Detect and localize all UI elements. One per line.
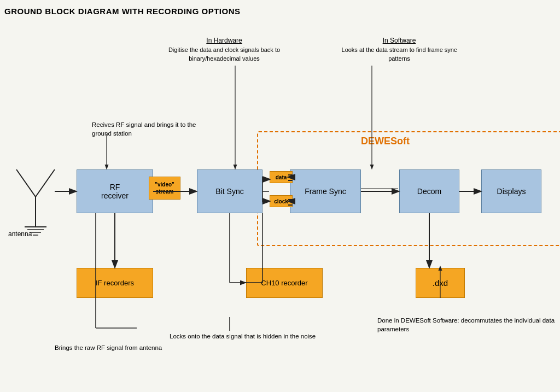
- locks-onto-annotation: Locks onto the data signal that is hidde…: [170, 332, 316, 341]
- bit-sync-block: Bit Sync: [197, 169, 262, 213]
- svg-line-2: [36, 169, 55, 197]
- decom-block: Decom: [399, 169, 459, 213]
- rf-receiver-block: RF receiver: [77, 169, 153, 213]
- page-title: GROUND BLOCK DIAGRAM WITH RECORDING OPTI…: [4, 7, 241, 16]
- clock-label: clock: [270, 195, 293, 207]
- displays-block: Displays: [481, 169, 541, 213]
- video-stream-label: "video" stream: [149, 177, 180, 200]
- ch10-recorder-block: CH10 recorder: [246, 268, 323, 298]
- done-in-dewesoft-annotation: Done in DEWESoft Software: decommutates …: [377, 316, 560, 334]
- antenna-label: antenna: [8, 230, 32, 239]
- data-label: data: [270, 171, 293, 183]
- frame-sync-block: Frame Sync: [290, 169, 361, 213]
- rf-signal-annotation: Recives RF signal and brings it to the g…: [92, 120, 201, 138]
- diagram: GROUND BLOCK DIAGRAM WITH RECORDING OPTI…: [0, 0, 560, 392]
- raw-rf-annotation: Brings the raw RF signal from antenna: [55, 343, 162, 352]
- in-software-annotation: In Software Looks at the data stream to …: [339, 36, 459, 63]
- in-hardware-annotation: In Hardware Digitise the data and clock …: [164, 36, 284, 63]
- dxd-block: .dxd: [416, 268, 465, 298]
- dewesoft-label: DEWESoft: [361, 136, 410, 147]
- svg-line-1: [16, 169, 36, 197]
- if-recorders-block: IF recorders: [77, 268, 153, 298]
